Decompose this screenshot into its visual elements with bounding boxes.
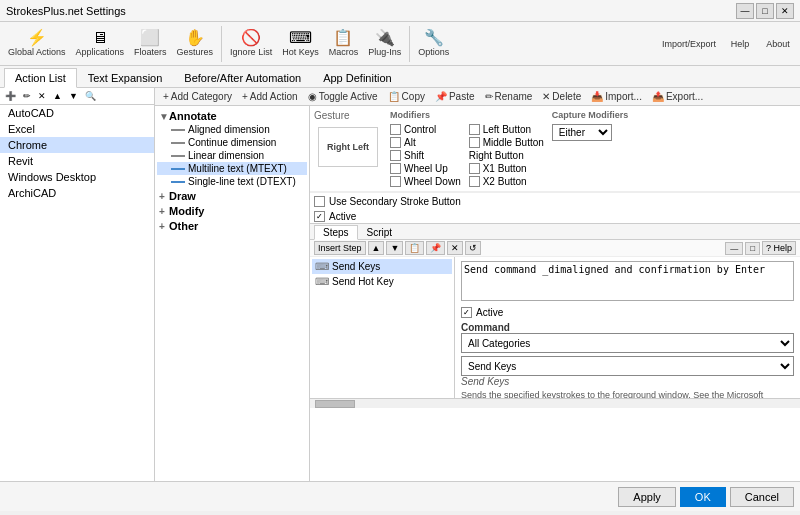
tab-app-definition[interactable]: App Definition bbox=[312, 68, 403, 87]
use-secondary-checkbox[interactable] bbox=[314, 196, 325, 207]
maximize-button[interactable]: □ bbox=[756, 3, 774, 19]
toolbar-plug-ins[interactable]: 🔌 Plug-Ins bbox=[364, 28, 405, 59]
main-toolbar: ⚡ Global Actions 🖥 Applications ⬜ Floate… bbox=[0, 22, 800, 66]
tab-text-expansion[interactable]: Text Expansion bbox=[77, 68, 174, 87]
export-btn[interactable]: 📤 Export... bbox=[648, 90, 707, 103]
minimize-button[interactable]: — bbox=[736, 3, 754, 19]
send-keys-icon: ⌨ bbox=[315, 261, 329, 272]
copy-step-btn[interactable]: 📋 bbox=[405, 241, 424, 255]
x2-button-checkbox[interactable] bbox=[469, 176, 480, 187]
step-item-send-hot-key[interactable]: ⌨ Send Hot Key bbox=[312, 274, 452, 289]
lp-down-btn[interactable]: ▼ bbox=[66, 90, 81, 102]
lp-add-btn[interactable]: ➕ bbox=[2, 90, 19, 102]
active-label: Active bbox=[329, 211, 356, 222]
cancel-button[interactable]: Cancel bbox=[730, 487, 794, 507]
toolbar-help[interactable]: Help bbox=[722, 36, 758, 51]
toolbar-import-export[interactable]: Import/Export bbox=[658, 36, 720, 51]
toolbar-about[interactable]: About bbox=[760, 36, 796, 51]
close-button[interactable]: ✕ bbox=[776, 3, 794, 19]
paste-label: Paste bbox=[449, 91, 475, 102]
add-category-btn[interactable]: + Add Category bbox=[159, 90, 236, 103]
toolbar-gestures[interactable]: ✋ Gestures bbox=[173, 28, 218, 59]
tree-item-aligned-dim[interactable]: Aligned dimension bbox=[157, 123, 307, 136]
active-checkbox[interactable] bbox=[314, 211, 325, 222]
delete-btn[interactable]: ✕ Delete bbox=[538, 90, 585, 103]
app-item-autocad[interactable]: AutoCAD bbox=[0, 105, 154, 121]
toggle-active-btn[interactable]: ◉ Toggle Active bbox=[304, 90, 382, 103]
toolbar-hot-keys-label: Hot Keys bbox=[282, 47, 319, 57]
control-checkbox[interactable] bbox=[390, 124, 401, 135]
tree-item-linear-dim[interactable]: Linear dimension bbox=[157, 149, 307, 162]
details-active-checkbox[interactable] bbox=[461, 307, 472, 318]
wheel-up-checkbox[interactable] bbox=[390, 163, 401, 174]
horizontal-scrollbar[interactable] bbox=[310, 398, 800, 408]
use-secondary-label: Use Secondary Stroke Button bbox=[329, 196, 461, 207]
tree-header-annotate[interactable]: ▼ Annotate bbox=[157, 109, 307, 123]
help-step-btn[interactable]: ? Help bbox=[762, 241, 796, 255]
app-item-excel[interactable]: Excel bbox=[0, 121, 154, 137]
x1-button-checkbox[interactable] bbox=[469, 163, 480, 174]
tree-item-multiline-text[interactable]: Multiline text (MTEXT) bbox=[157, 162, 307, 175]
steps-maximize-btn[interactable]: □ bbox=[745, 242, 760, 255]
tree-header-draw[interactable]: + Draw bbox=[157, 189, 307, 203]
capture-modifiers-select[interactable]: Either bbox=[552, 124, 612, 141]
lp-edit-btn[interactable]: ✏ bbox=[20, 90, 34, 102]
paste-step-btn[interactable]: 📌 bbox=[426, 241, 445, 255]
continue-dim-icon bbox=[171, 142, 185, 144]
lp-up-btn[interactable]: ▲ bbox=[50, 90, 65, 102]
apply-button[interactable]: Apply bbox=[618, 487, 676, 507]
toolbar-macros[interactable]: 📋 Macros bbox=[325, 28, 363, 59]
insert-step-btn[interactable]: Insert Step bbox=[314, 241, 366, 255]
toggle-icon: ◉ bbox=[308, 91, 317, 102]
window-controls[interactable]: — □ ✕ bbox=[736, 3, 794, 19]
toolbar-global-actions[interactable]: ⚡ Global Actions bbox=[4, 28, 70, 59]
multiline-text-label: Multiline text (MTEXT) bbox=[188, 163, 287, 174]
rename-btn[interactable]: ✏ Rename bbox=[481, 90, 537, 103]
modifier-wheel-up: Wheel Up bbox=[390, 163, 461, 174]
shift-checkbox[interactable] bbox=[390, 150, 401, 161]
app-item-archicad[interactable]: ArchiCAD bbox=[0, 185, 154, 201]
ok-button[interactable]: OK bbox=[680, 487, 726, 507]
tab-action-list[interactable]: Action List bbox=[4, 68, 77, 88]
left-button-checkbox[interactable] bbox=[469, 124, 480, 135]
steps-minimize-btn[interactable]: — bbox=[725, 242, 743, 255]
modifier-alt: Alt bbox=[390, 137, 461, 148]
x1-button-row: X1 Button bbox=[469, 163, 544, 174]
alt-checkbox[interactable] bbox=[390, 137, 401, 148]
toolbar-gestures-label: Gestures bbox=[177, 47, 214, 57]
tree-header-modify[interactable]: + Modify bbox=[157, 204, 307, 218]
tab-steps[interactable]: Steps bbox=[314, 225, 358, 240]
lp-delete-btn[interactable]: ✕ bbox=[35, 90, 49, 102]
toolbar-applications[interactable]: 🖥 Applications bbox=[72, 28, 129, 59]
toolbar-floaters[interactable]: ⬜ Floaters bbox=[130, 28, 171, 59]
app-item-chrome[interactable]: Chrome bbox=[0, 137, 154, 153]
modifiers-title: Modifiers bbox=[390, 110, 461, 120]
paste-btn[interactable]: 📌 Paste bbox=[431, 90, 479, 103]
add-action-btn[interactable]: + Add Action bbox=[238, 90, 302, 103]
app-item-windows-desktop[interactable]: Windows Desktop bbox=[0, 169, 154, 185]
command-select[interactable]: Send Keys bbox=[461, 356, 794, 376]
middle-button-checkbox[interactable] bbox=[469, 137, 480, 148]
up-btn[interactable]: ▲ bbox=[368, 241, 385, 255]
wheel-down-checkbox[interactable] bbox=[390, 176, 401, 187]
toolbar-ignore-list[interactable]: 🚫 Ignore List bbox=[226, 28, 276, 59]
command-category-select[interactable]: All Categories bbox=[461, 333, 794, 353]
steps-content: ⌨ Send Keys ⌨ Send Hot Key bbox=[310, 257, 800, 398]
scrollbar-thumb[interactable] bbox=[315, 400, 355, 408]
down-btn[interactable]: ▼ bbox=[386, 241, 403, 255]
tree-header-other[interactable]: + Other bbox=[157, 219, 307, 233]
tree-item-continue-dim[interactable]: Continue dimension bbox=[157, 136, 307, 149]
refresh-step-btn[interactable]: ↺ bbox=[465, 241, 481, 255]
tree-item-single-line-text[interactable]: Single-line text (DTEXT) bbox=[157, 175, 307, 188]
app-item-revit[interactable]: Revit bbox=[0, 153, 154, 169]
delete-step-btn[interactable]: ✕ bbox=[447, 241, 463, 255]
lp-search-btn[interactable]: 🔍 bbox=[82, 90, 99, 102]
import-btn[interactable]: 📥 Import... bbox=[587, 90, 646, 103]
toolbar-hot-keys[interactable]: ⌨ Hot Keys bbox=[278, 28, 323, 59]
step-item-send-keys[interactable]: ⌨ Send Keys bbox=[312, 259, 452, 274]
details-description[interactable] bbox=[461, 261, 794, 301]
tab-script[interactable]: Script bbox=[358, 225, 402, 239]
copy-btn[interactable]: 📋 Copy bbox=[384, 90, 429, 103]
toolbar-options[interactable]: 🔧 Options bbox=[414, 28, 453, 59]
tab-before-after[interactable]: Before/After Automation bbox=[173, 68, 312, 87]
